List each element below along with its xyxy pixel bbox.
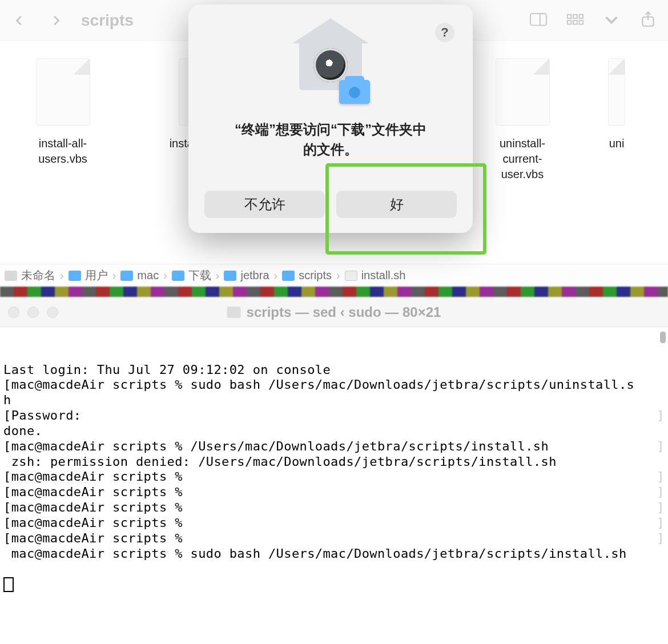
file-icon (36, 58, 90, 126)
folder-icon (227, 307, 241, 318)
path-label: scripts (299, 269, 332, 282)
view-grid-icon[interactable] (566, 11, 584, 30)
file-label: install-all-users.vbs (26, 136, 100, 167)
terminal-cursor (3, 577, 14, 592)
terminal-line: [mac@macdeAir scripts % /Users/mac/Downl… (3, 439, 549, 453)
terminal-titlebar[interactable]: scripts — sed ‹ sudo — 80×21 (0, 297, 668, 327)
back-button[interactable] (11, 13, 27, 29)
terminal-window: scripts — sed ‹ sudo — 80×21 Last login:… (0, 297, 668, 644)
disk-icon (5, 271, 17, 281)
folder-icon (120, 271, 133, 281)
terminal-line: [Password: (3, 408, 81, 422)
background-apps-strip (0, 287, 668, 297)
share-icon[interactable] (639, 11, 657, 30)
path-label: 未命名 (21, 268, 55, 283)
terminal-line: done. (3, 424, 42, 438)
path-label: install.sh (361, 269, 406, 282)
file-small-icon (345, 271, 357, 281)
panel-icon[interactable] (530, 11, 547, 30)
file-icon (496, 58, 550, 126)
file-label: uni (609, 136, 625, 151)
zoom-window-icon[interactable] (47, 307, 58, 318)
terminal-title: scripts — sed ‹ sudo — 80×21 (247, 304, 441, 320)
scrollbar[interactable] (660, 332, 666, 343)
svg-rect-0 (530, 13, 546, 25)
folder-icon (172, 271, 184, 281)
svg-rect-5 (568, 20, 572, 24)
svg-rect-7 (580, 20, 584, 24)
svg-rect-4 (580, 14, 584, 18)
traffic-lights[interactable] (8, 307, 58, 318)
terminal-line: [mac@macdeAir scripts % (3, 531, 183, 545)
security-folder-icon (293, 29, 368, 103)
path-label: 下载 (188, 268, 211, 283)
svg-rect-2 (568, 14, 572, 18)
help-button[interactable]: ? (435, 23, 454, 42)
dialog-message-line: “终端”想要访问“下载”文件夹中 (235, 120, 426, 140)
finder-title: scripts (81, 11, 134, 30)
terminal-line: mac@macdeAir scripts % sudo bash /Users/… (3, 546, 627, 561)
folder-icon (69, 271, 81, 281)
terminal-line: Last login: Thu Jul 27 09:12:02 on conso… (3, 363, 331, 377)
path-segment[interactable]: scripts (282, 269, 332, 282)
forward-button[interactable] (48, 13, 64, 29)
help-glyph: ? (441, 25, 448, 40)
file-item[interactable]: uni (599, 58, 634, 182)
chevron-down-icon[interactable] (603, 11, 620, 30)
svg-rect-3 (573, 14, 577, 18)
annotation-highlight (325, 163, 486, 255)
svg-rect-6 (573, 20, 577, 24)
folder-icon (224, 271, 236, 281)
path-segment[interactable]: install.sh (345, 269, 406, 282)
terminal-body[interactable]: Last login: Thu Jul 27 09:12:02 on conso… (0, 327, 668, 644)
path-label: jetbra (240, 269, 269, 282)
terminal-line: [mac@macdeAir scripts % sudo bash /Users… (3, 377, 634, 392)
path-bar: 未命名› 用户› mac› 下载› jetbra› scripts› insta… (0, 264, 668, 287)
terminal-line: h (3, 393, 11, 407)
file-label: uninstall-current-user.vbs (485, 136, 560, 182)
dialog-message-line: 的文件。 (235, 140, 426, 160)
terminal-line: [mac@macdeAir scripts % (3, 469, 183, 484)
path-segment[interactable]: 下载 (172, 268, 211, 283)
dialog-message: “终端”想要访问“下载”文件夹中 的文件。 (235, 120, 426, 160)
terminal-line: [mac@macdeAir scripts % (3, 500, 183, 514)
file-item[interactable]: install-all-users.vbs (26, 58, 100, 182)
path-segment[interactable]: 用户 (69, 268, 108, 283)
path-segment[interactable]: 未命名 (5, 268, 55, 283)
file-icon (608, 58, 625, 126)
terminal-line: [mac@macdeAir scripts % (3, 516, 183, 530)
path-label: 用户 (85, 268, 108, 283)
terminal-line: [mac@macdeAir scripts % (3, 485, 183, 499)
folder-icon (282, 271, 295, 281)
path-segment[interactable]: jetbra (224, 269, 269, 282)
minimize-window-icon[interactable] (27, 307, 39, 318)
path-segment[interactable]: mac (120, 269, 159, 282)
file-item[interactable]: uninstall-current-user.vbs (485, 58, 560, 182)
deny-button[interactable]: 不允许 (204, 191, 325, 218)
path-label: mac (137, 269, 159, 282)
close-window-icon[interactable] (8, 307, 19, 318)
terminal-line: zsh: permission denied: /Users/mac/Downl… (3, 454, 557, 469)
